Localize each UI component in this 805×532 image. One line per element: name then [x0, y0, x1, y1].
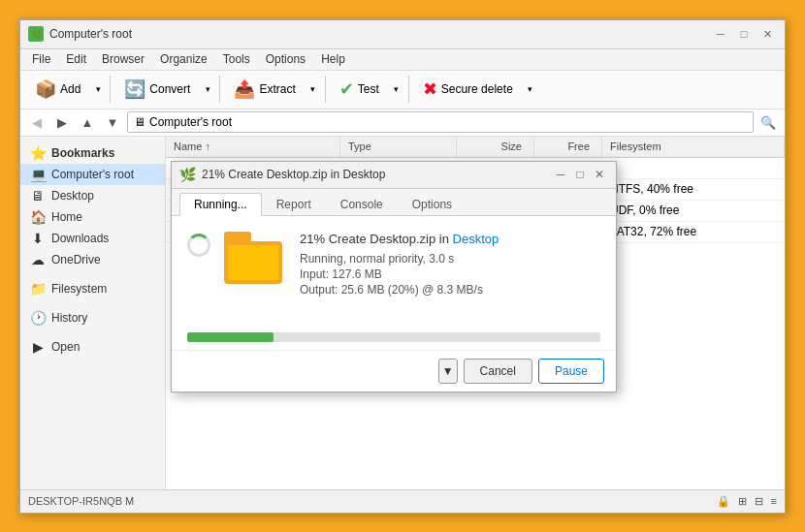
menu-browser[interactable]: Browser: [94, 50, 152, 68]
add-icon: 📦: [35, 78, 56, 100]
col-header-name[interactable]: Name ↑: [166, 137, 340, 157]
home-icon: 🏠: [30, 209, 46, 225]
bookmarks-icon: ⭐: [30, 145, 46, 161]
sidebar-item-home[interactable]: 🏠 Home: [20, 206, 165, 228]
sidebar-item-open-label: Open: [51, 340, 80, 354]
close-button[interactable]: ✕: [757, 24, 777, 44]
convert-button[interactable]: 🔄 Convert: [115, 74, 199, 105]
convert-label: Convert: [149, 82, 190, 96]
convert-arrow[interactable]: ▾: [201, 74, 214, 105]
menu-options[interactable]: Options: [258, 50, 313, 68]
test-button[interactable]: ✔ Test: [331, 74, 388, 105]
test-label: Test: [358, 82, 379, 96]
sep3: [325, 76, 326, 103]
dialog-tab-console[interactable]: Console: [326, 193, 398, 215]
menu-file[interactable]: File: [24, 50, 58, 68]
minimize-button[interactable]: ─: [711, 24, 730, 44]
col-header-size[interactable]: Size: [457, 137, 534, 157]
dialog-tab-bar: Running... Report Console Options: [172, 189, 616, 216]
dialog-info: 21% Create Desktop.zip in Desktop Runnin…: [300, 232, 600, 298]
path-text: Computer's root: [149, 115, 232, 129]
list-icon: ≡: [771, 495, 777, 508]
e-drive-fs: FAT32, 72% free: [602, 225, 785, 238]
add-arrow[interactable]: ▾: [91, 74, 105, 105]
add-label: Add: [60, 82, 80, 96]
sidebar-item-open[interactable]: ▶ Open: [20, 336, 165, 358]
sep2: [219, 76, 220, 103]
maximize-button[interactable]: □: [734, 24, 754, 44]
path-icon: 🖥: [134, 115, 145, 129]
menu-organize[interactable]: Organize: [152, 50, 215, 68]
extract-arrow[interactable]: ▾: [306, 74, 320, 105]
back-button[interactable]: ◀: [26, 111, 48, 133]
pause-button[interactable]: Pause: [538, 359, 604, 384]
sidebar-item-desktop[interactable]: 🖥 Desktop: [20, 185, 165, 206]
sep1: [110, 76, 111, 103]
sidebar-item-filesystem[interactable]: 📁 Filesystem: [20, 278, 165, 299]
computers-root-icon: 💻: [30, 167, 46, 182]
extract-label: Extract: [259, 82, 295, 96]
d-drive-fs: UDF, 0% free: [602, 203, 785, 217]
extract-button[interactable]: 📤 Extract: [225, 74, 304, 105]
extract-icon: 📤: [234, 78, 255, 100]
up-button[interactable]: ▲: [77, 111, 98, 133]
sidebar-item-computers-root[interactable]: 💻 Computer's root: [20, 164, 165, 185]
dialog-title-icon: 🌿: [179, 167, 196, 182]
grid2-icon: ⊟: [755, 495, 763, 508]
sidebar-item-downloads-label: Downloads: [51, 232, 109, 245]
breadcrumb-arrow[interactable]: ▼: [102, 111, 123, 133]
col-header-type[interactable]: Type: [340, 137, 457, 157]
sidebar-item-history[interactable]: 🕐 History: [20, 307, 165, 329]
dialog-tab-report[interactable]: Report: [262, 193, 326, 215]
col-header-free[interactable]: Free: [534, 137, 602, 157]
dialog-minimize-button[interactable]: ─: [552, 166, 569, 183]
add-button[interactable]: 📦 Add: [26, 74, 89, 105]
convert-icon: 🔄: [124, 78, 145, 100]
status-icons: 🔒 ⊞ ⊟ ≡: [717, 495, 777, 508]
status-text: DESKTOP-IR5NQB M: [28, 495, 134, 507]
sidebar-item-downloads[interactable]: ⬇ Downloads: [20, 228, 165, 249]
secure-delete-arrow[interactable]: ▾: [524, 74, 537, 105]
sidebar-item-history-label: History: [51, 311, 87, 325]
dialog-maximize-button[interactable]: □: [571, 166, 589, 183]
test-icon: ✔: [339, 78, 354, 100]
address-path: 🖥 Computer's root: [127, 111, 754, 133]
filesystem-icon: 📁: [30, 281, 46, 297]
progress-dialog: 🌿 21% Create Desktop.zip in Desktop ─ □ …: [171, 161, 617, 392]
sidebar-item-bookmarks[interactable]: ⭐ Bookmarks: [20, 142, 165, 164]
secure-delete-button[interactable]: ✖ Secure delete: [414, 74, 522, 105]
secure-delete-label: Secure delete: [441, 82, 513, 96]
app-icon: 🌿: [28, 26, 44, 42]
local-disk-fs: NTFS, 40% free: [602, 182, 785, 196]
sidebar: ⭐ Bookmarks 💻 Computer's root 🖥 Desktop …: [20, 137, 166, 489]
lock-icon: 🔒: [717, 495, 730, 508]
menu-help[interactable]: Help: [313, 50, 353, 68]
search-button[interactable]: 🔍: [757, 111, 779, 133]
forward-button[interactable]: ▶: [51, 111, 73, 133]
dialog-progress-title: 21% Create Desktop.zip in Desktop: [300, 232, 600, 246]
dialog-title-bar: 🌿 21% Create Desktop.zip in Desktop ─ □ …: [172, 162, 616, 189]
menu-edit[interactable]: Edit: [58, 50, 94, 68]
open-icon: ▶: [30, 339, 46, 355]
dialog-tab-options[interactable]: Options: [398, 193, 467, 215]
dialog-footer: ▼ Cancel Pause: [172, 350, 616, 391]
progress-bar-fill: [187, 332, 274, 342]
menu-bar: File Edit Browser Organize Tools Options…: [20, 49, 785, 71]
progress-bar: [187, 332, 600, 342]
dialog-progress-title-highlight: Desktop: [453, 232, 499, 246]
more-button[interactable]: ▼: [438, 359, 458, 384]
test-arrow[interactable]: ▾: [390, 74, 403, 105]
cancel-button[interactable]: Cancel: [464, 359, 532, 384]
menu-tools[interactable]: Tools: [215, 50, 258, 68]
status-bar: DESKTOP-IR5NQB M 🔒 ⊞ ⊟ ≡: [20, 489, 785, 513]
dialog-tab-running[interactable]: Running...: [179, 193, 262, 216]
progress-spinner: [187, 234, 210, 257]
col-header-filesystem[interactable]: Filesystem: [602, 137, 785, 157]
sidebar-item-filesystem-label: Filesystem: [51, 282, 107, 296]
dialog-close-button[interactable]: ✕: [591, 166, 608, 183]
dialog-info-line-3: Output: 25.6 MB (20%) @ 8.3 MB/s: [300, 283, 600, 297]
onedrive-icon: ☁: [30, 252, 46, 267]
dialog-title-text: 21% Create Desktop.zip in Desktop: [202, 168, 385, 181]
progress-section: [172, 332, 616, 350]
sidebar-item-onedrive[interactable]: ☁ OneDrive: [20, 249, 165, 270]
